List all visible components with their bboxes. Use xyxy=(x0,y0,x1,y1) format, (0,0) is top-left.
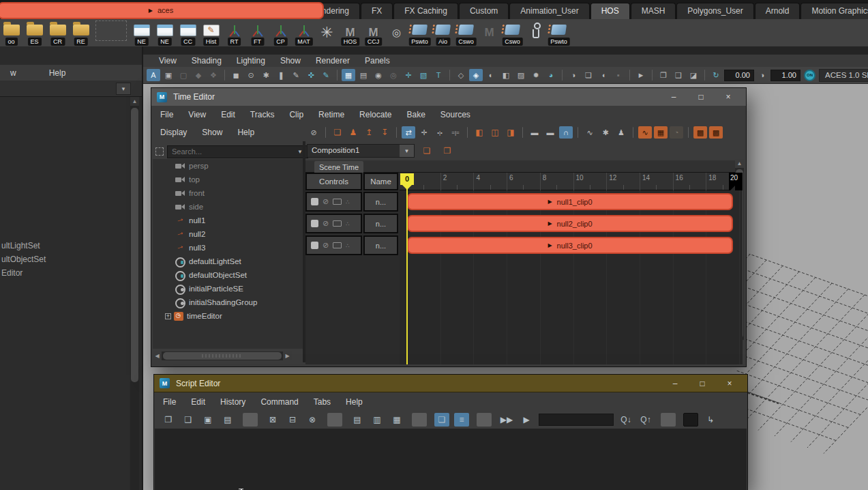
timeline[interactable]: 24681012141618 20 0 null1_clip0 null2_cl… xyxy=(400,173,743,364)
toolbar-icon[interactable]: ✛ xyxy=(402,69,415,81)
left-panel-filter-bar[interactable]: ▼ xyxy=(0,81,142,97)
search-input[interactable] xyxy=(167,145,308,158)
shelf-item[interactable]: Cswo xyxy=(500,20,524,46)
toolbar-icon[interactable]: ✹ xyxy=(529,69,543,81)
shelf-tab[interactable]: HOS xyxy=(590,3,630,19)
toolbar-icon[interactable]: ▩ xyxy=(709,126,723,139)
shelf-item[interactable]: CCJ xyxy=(361,20,385,46)
minimize-button[interactable]: – xyxy=(661,379,689,388)
toolbar-icon[interactable]: ◖ xyxy=(597,69,610,81)
toolbar-icon[interactable] xyxy=(224,70,225,81)
clip-null3[interactable]: null3_clip0 xyxy=(407,237,733,254)
toolbar-icon[interactable]: ❑ xyxy=(672,69,685,81)
toolbar-icon[interactable]: ◧ xyxy=(473,126,486,139)
outliner-item[interactable]: null1 xyxy=(153,214,303,227)
toolbar-icon[interactable]: ⊠ xyxy=(265,413,280,427)
menu-item[interactable]: Retime xyxy=(311,110,352,119)
toolbar-icon[interactable]: ↳ xyxy=(703,413,718,427)
toolbar-icon[interactable]: ❑ xyxy=(181,413,196,427)
toolbar-icon[interactable]: ▬ xyxy=(543,126,557,139)
toolbar-icon[interactable]: ▶ xyxy=(519,413,534,427)
outliner-item[interactable]: side xyxy=(153,200,303,214)
toolbar-icon[interactable]: ↻ xyxy=(709,69,723,81)
toolbar-icon[interactable] xyxy=(337,70,338,81)
toolbar-icon[interactable]: ✛ xyxy=(417,126,431,139)
toolbar-icon[interactable]: ↧ xyxy=(378,126,391,139)
menu-item[interactable]: Display xyxy=(153,128,194,137)
shelf-item[interactable]: CP xyxy=(269,20,293,46)
tree-item[interactable]: ultObjectSet xyxy=(0,253,130,266)
menu-item[interactable]: Relocate xyxy=(352,110,399,119)
close-button[interactable]: × xyxy=(716,379,743,388)
toolbar-icon[interactable]: ◎ xyxy=(387,69,400,81)
menu-item[interactable]: Help xyxy=(338,397,370,407)
expand-icon[interactable]: + xyxy=(165,313,171,319)
shelf-tab[interactable]: aces xyxy=(0,2,324,19)
chevron-down-icon[interactable]: ▼ xyxy=(116,83,131,95)
track-options-icon[interactable]: ∴ xyxy=(346,199,350,205)
toolbar-icon[interactable]: ⇄ xyxy=(402,126,415,139)
toolbar-icon[interactable]: ✱ xyxy=(259,69,273,81)
shelf-item[interactable]: RE xyxy=(69,20,93,46)
outliner-item[interactable]: null3 xyxy=(153,241,303,255)
toolbar-icon[interactable]: ❏ xyxy=(582,69,595,81)
toolbar-icon[interactable]: ❚ xyxy=(274,69,288,81)
menu-item[interactable]: Help xyxy=(42,68,74,78)
toolbar-icon[interactable]: ▦ xyxy=(389,413,404,427)
shelf-item[interactable]: HOS xyxy=(338,20,362,46)
toolbar-icon[interactable]: ✱ xyxy=(599,126,612,139)
shelf-item[interactable]: Pswto xyxy=(408,20,432,46)
menu-item[interactable]: Command xyxy=(253,397,305,407)
toolbar-icon[interactable]: ◔ xyxy=(670,126,683,139)
minimize-button[interactable]: – xyxy=(660,92,687,102)
toolbar-icon[interactable]: ↥ xyxy=(362,126,376,139)
toolbar-icon[interactable]: ◨ xyxy=(504,126,518,139)
toolbar-icon[interactable]: ▤ xyxy=(357,69,370,81)
shelf-item[interactable]: NE xyxy=(153,20,177,46)
shelf-tab[interactable]: Animation_User xyxy=(509,3,589,19)
scroll-left-icon[interactable]: ◀ xyxy=(153,351,162,360)
shelf-tab[interactable]: FX xyxy=(361,3,393,19)
menu-item[interactable]: Tabs xyxy=(306,397,338,407)
menu-item[interactable]: View xyxy=(181,110,213,119)
menu-item[interactable]: View xyxy=(151,56,184,66)
track-options-icon[interactable]: ∴ xyxy=(346,220,350,227)
outliner-item[interactable]: top xyxy=(153,173,303,186)
shelf-item[interactable]: MAT xyxy=(292,20,316,46)
toolbar-icon[interactable]: ◐ xyxy=(484,69,498,81)
toolbar-icon[interactable]: ∿ xyxy=(638,126,652,139)
shelf-item[interactable]: oo xyxy=(0,20,23,46)
toolbar-icon[interactable] xyxy=(325,127,326,138)
tree-item[interactable]: Editor xyxy=(0,266,130,280)
scrollbar-thumb[interactable] xyxy=(131,108,138,382)
composition-icon[interactable]: ❐ xyxy=(440,145,454,157)
mute-track-icon[interactable]: ⊘ xyxy=(323,241,329,250)
shelf-tab[interactable]: Arnold xyxy=(755,3,800,19)
menu-item[interactable]: Edit xyxy=(213,110,243,119)
shelf-tab[interactable]: Motion Graphics xyxy=(800,3,868,19)
toolbar-icon[interactable]: =|= xyxy=(449,126,462,139)
left-panel-scrollbar[interactable]: ▲ xyxy=(130,97,139,490)
toolbar-icon[interactable]: ❏ xyxy=(331,126,344,139)
colorspace-label[interactable]: ACES 1.0 SDR-video (sRGB) xyxy=(819,69,868,82)
toolbar-icon[interactable] xyxy=(396,127,397,138)
toolbar-icon[interactable]: ✎ xyxy=(289,69,303,81)
maximize-button[interactable]: □ xyxy=(689,379,716,388)
toolbar-icon[interactable]: ▬ xyxy=(528,126,541,139)
toolbar-icon[interactable]: ◈ xyxy=(469,69,483,81)
toolbar-icon[interactable]: ▤ xyxy=(220,413,235,427)
toolbar-icon[interactable]: ▥ xyxy=(370,413,385,427)
composition-icon[interactable]: ❏ xyxy=(420,145,434,157)
track-color-swatch[interactable] xyxy=(311,242,318,249)
shelf-item[interactable]: Pswto xyxy=(547,20,571,46)
track-name[interactable]: n... xyxy=(363,214,398,233)
shelf-item[interactable]: Aio xyxy=(431,20,455,46)
menu-item[interactable]: Lighting xyxy=(229,56,273,66)
search-field[interactable] xyxy=(539,414,614,426)
outliner-horizontal-scrollbar[interactable]: ◀ ▶ xyxy=(153,351,292,360)
toolbar-icon[interactable]: ▦ xyxy=(654,126,668,139)
shelf-item[interactable] xyxy=(385,20,408,46)
outliner-item[interactable]: front xyxy=(153,186,303,200)
shelf-item[interactable]: CR xyxy=(46,20,70,46)
menu-item[interactable]: Clip xyxy=(282,110,311,119)
